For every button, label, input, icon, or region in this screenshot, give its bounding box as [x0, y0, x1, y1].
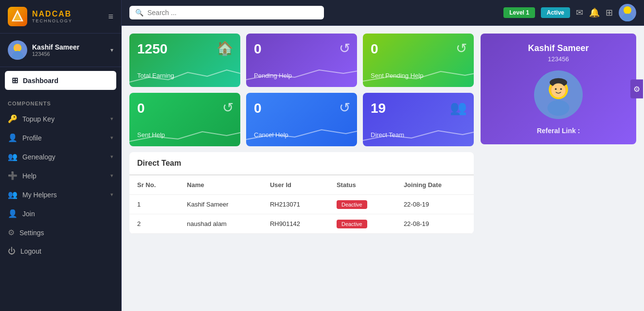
svg-point-10 — [552, 84, 566, 98]
svg-point-6 — [622, 14, 633, 21]
refresh-icon: ↺ — [339, 40, 350, 56]
search-icon: 🔍 — [135, 9, 143, 17]
stat-num: 0 — [254, 101, 349, 116]
main-area: 🔍 Level 1 Active ✉ 🔔 ⊞ 1250 Total — [122, 0, 644, 311]
cell-joining: 22-08-19 — [396, 214, 474, 234]
sidebar-item-myhelpers[interactable]: 👥 My Helpers ▾ — [0, 185, 121, 204]
logo-text-area: NADCAB TECHNOLOGY — [32, 10, 72, 23]
stat-num: 0 — [254, 41, 349, 57]
direct-team-table: Direct Team Sr No. Name User Id Status J… — [129, 152, 474, 234]
level-badge: Level 1 — [503, 7, 535, 18]
sidebar-item-genealogy[interactable]: 👥 Genealogy ▾ — [0, 147, 121, 166]
sidebar: NADCAB TECHNOLOGY ≡ Kashif Sameer 123456… — [0, 0, 122, 311]
nav-label: Help — [22, 172, 36, 180]
topbar-user-avatar[interactable] — [619, 4, 636, 21]
stat-card-pending-help: 0 Pending Help ↺ — [246, 34, 357, 87]
nav-label: Logout — [20, 247, 41, 255]
mail-icon[interactable]: ✉ — [576, 7, 583, 18]
home-icon: 🏠 — [216, 40, 233, 56]
stat-card-cancel-help: 0 Cancel Help ↺ — [246, 93, 357, 146]
profile-card: Kashif Sameer 123456 — [481, 34, 636, 144]
sidebar-item-profile[interactable]: 👤 Profile ▾ — [0, 128, 121, 147]
svg-point-5 — [624, 6, 631, 14]
logo-sub: TECHNOLOGY — [32, 18, 72, 23]
join-icon: 👤 — [8, 209, 18, 218]
myhelpers-icon: 👥 — [8, 190, 18, 199]
sidebar-item-help[interactable]: ➕ Help ▾ — [0, 166, 121, 185]
search-box[interactable]: 🔍 — [129, 6, 324, 19]
svg-point-13 — [548, 100, 570, 116]
genealogy-icon: 👥 — [8, 152, 18, 161]
user-id: 123456 — [32, 51, 106, 57]
dashboard-icon: ⊞ — [12, 76, 18, 85]
cell-sr: 2 — [129, 214, 179, 234]
refresh-icon: ↺ — [339, 100, 350, 116]
avatar — [8, 40, 27, 60]
search-input[interactable] — [147, 9, 318, 17]
sidebar-item-settings[interactable]: ⚙ Settings — [0, 223, 121, 242]
stat-num: 0 — [371, 41, 466, 57]
refresh-icon: ↺ — [222, 100, 233, 116]
chevron-right-icon: ▾ — [110, 173, 113, 179]
cell-sr: 1 — [129, 195, 179, 214]
chevron-right-icon: ▾ — [110, 116, 113, 122]
stat-cards: 1250 Total Earning 🏠 0 Pending Help ↺ — [129, 34, 474, 146]
sidebar-item-dashboard[interactable]: ⊞ Dashboard — [5, 71, 116, 90]
nav-label: Join — [22, 210, 35, 218]
col-userid: User Id — [262, 175, 329, 195]
topbar-right: Level 1 Active ✉ 🔔 ⊞ — [503, 4, 636, 21]
help-icon: ➕ — [8, 171, 18, 180]
user-name: Kashif Sameer — [32, 43, 106, 51]
col-status: Status — [329, 175, 396, 195]
dashboard-label: Dashboard — [23, 77, 58, 85]
stat-num: 0 — [137, 101, 233, 116]
cell-joining: 22-08-19 — [396, 195, 474, 214]
col-name: Name — [179, 175, 262, 195]
content-left: 1250 Total Earning 🏠 0 Pending Help ↺ — [129, 34, 474, 303]
section-label: COMPONENTS — [0, 94, 121, 109]
sidebar-item-logout[interactable]: ⏻ Logout — [0, 242, 121, 260]
chevron-right-icon: ▾ — [110, 135, 113, 141]
profile-id: 123456 — [490, 55, 626, 63]
nav-label: My Helpers — [22, 191, 57, 199]
chevron-down-icon[interactable]: ▾ — [110, 47, 113, 53]
team-table: Sr No. Name User Id Status Joining Date … — [129, 175, 474, 234]
cell-userid: RH901142 — [262, 214, 329, 234]
status-badge: Deactive — [337, 220, 367, 228]
settings-icon: ⚙ — [8, 228, 15, 237]
logo-name: NADCAB — [32, 10, 72, 18]
status-badge: Deactive — [337, 200, 367, 209]
stat-card-sent-help: 0 Sent Help ↺ — [129, 93, 240, 146]
nav-label: Topup Key — [22, 115, 54, 123]
chevron-right-icon: ▾ — [110, 191, 113, 198]
stat-card-sent-pending-help: 0 Sent Pending Help ↺ — [363, 34, 474, 87]
bell-icon[interactable]: 🔔 — [589, 7, 600, 18]
hamburger-icon[interactable]: ≡ — [108, 12, 113, 22]
table-row: 2 naushad alam RH901142 Deactive 22-08-1… — [129, 214, 474, 234]
profile-name: Kashif Sameer — [490, 43, 626, 53]
stat-card-direct-team: 19 Direct Team 👥 — [363, 93, 474, 146]
content-area: 1250 Total Earning 🏠 0 Pending Help ↺ — [122, 26, 644, 311]
profile-icon: 👤 — [8, 133, 18, 142]
col-sr: Sr No. — [129, 175, 179, 195]
cell-status: Deactive — [329, 214, 396, 234]
svg-point-4 — [15, 44, 21, 51]
sidebar-item-topupkey[interactable]: 🔑 Topup Key ▾ — [0, 109, 121, 128]
svg-point-3 — [12, 51, 23, 59]
referal-label: Referal Link : — [490, 127, 626, 135]
sidebar-item-join[interactable]: 👤 Join — [0, 204, 121, 223]
layers-icon[interactable]: ⊞ — [606, 7, 613, 18]
team-icon: 👥 — [450, 100, 467, 116]
settings-tab-button[interactable]: ⚙ — [630, 80, 643, 99]
key-icon: 🔑 — [8, 114, 18, 123]
nav-label: Genealogy — [22, 153, 55, 161]
active-badge: Active — [541, 7, 570, 18]
logo-icon — [8, 7, 27, 26]
nav-label: Profile — [22, 134, 42, 142]
cell-name: Kashif Sameer — [179, 195, 262, 214]
cell-status: Deactive — [329, 195, 396, 214]
logo-area: NADCAB TECHNOLOGY ≡ — [0, 0, 121, 34]
nav-label: Settings — [19, 229, 44, 237]
cell-name: naushad alam — [179, 214, 262, 234]
chevron-right-icon: ▾ — [110, 154, 113, 160]
